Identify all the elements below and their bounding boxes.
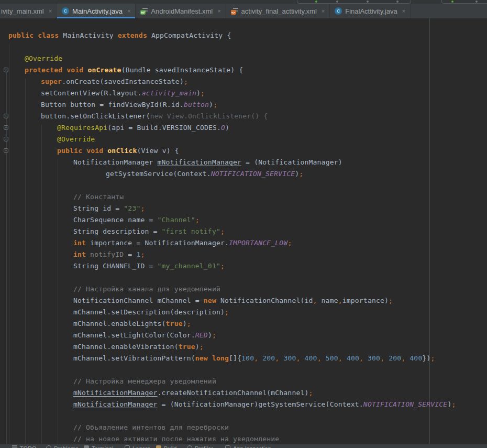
tool-window-label: App Inspection: [233, 445, 271, 448]
tool-window-label: Terminal: [92, 445, 114, 448]
code-line: // Константы: [0, 191, 487, 203]
close-icon[interactable]: ×: [402, 8, 405, 14]
indent-guide: [25, 79, 26, 444]
tab-label: FinalActtivity.java: [345, 7, 397, 15]
close-icon[interactable]: ×: [217, 8, 220, 14]
manifest-file-icon: MF: [140, 7, 148, 15]
code-line: NotificationChannel mChannel = new Notif…: [0, 295, 487, 307]
code-line: [0, 41, 487, 53]
java-class-icon: C: [62, 7, 69, 15]
code-line: int notifyID = 1;: [0, 249, 487, 260]
run-icon[interactable]: [451, 1, 453, 3]
code-line: mChannel.enableVibration(true);: [0, 341, 487, 353]
indent-guide: [9, 44, 9, 444]
build-icon: [156, 445, 161, 448]
tool-window-label: Build: [164, 445, 176, 448]
toolbar-icon[interactable]: [396, 1, 399, 3]
code-line: String CHANNEL_ID = "my_channel_01";: [0, 260, 487, 272]
code-line: NotificationManager mNotificationManager…: [0, 157, 487, 168]
tool-window-label: Logcat: [132, 445, 150, 448]
code-line: String id = "23";: [0, 203, 487, 214]
tool-window-button-logcat[interactable]: Logcat: [125, 445, 150, 448]
app-inspection-icon: [225, 445, 230, 448]
code-line: CharSequence name = "Channel";: [0, 214, 487, 226]
toolbar-icon[interactable]: [336, 1, 338, 3]
code-line: mChannel.setVibrationPattern(new long[]{…: [0, 353, 487, 364]
problems-icon: [46, 445, 51, 448]
file-badge: <>: [231, 10, 236, 15]
tool-window-button-profiler[interactable]: Profiler: [187, 445, 213, 448]
indent-guide: [41, 125, 42, 444]
code-line: mNotificationManager.createNotificationC…: [0, 387, 487, 399]
code-line: protected void onCreate(Bundle savedInst…: [0, 64, 487, 76]
close-icon[interactable]: ×: [127, 8, 130, 14]
toolbar-icon[interactable]: [475, 1, 478, 3]
close-icon[interactable]: ×: [322, 8, 325, 14]
tool-window-label: TODO: [20, 445, 37, 448]
fold-marker-icon[interactable]: -: [4, 68, 8, 72]
code-line: [0, 180, 487, 191]
code-line: // на новое активити после нажатия на ув…: [0, 433, 487, 444]
indent-guide: [58, 159, 58, 444]
tool-window-label: Problems: [54, 445, 78, 448]
code-line: @Override: [0, 53, 487, 64]
fold-marker-icon[interactable]: -: [4, 125, 8, 130]
tool-window-button-problems[interactable]: Problems: [46, 445, 78, 448]
logcat-icon: [125, 445, 130, 448]
tool-window-button-todo[interactable]: TODO: [12, 445, 37, 448]
code-line: Button button = findViewById(R.id.button…: [0, 99, 487, 111]
run-icon[interactable]: [315, 1, 317, 3]
profiler-icon: [187, 445, 192, 448]
fold-marker-icon[interactable]: -: [4, 148, 8, 153]
code-line: [0, 272, 487, 283]
code-line: public class MainActivity extends AppCom…: [0, 30, 487, 41]
code-line: super.onCreate(savedInstanceState);: [0, 76, 487, 88]
code-line: [0, 364, 487, 376]
code-line: int importance = NotificationManager.IMP…: [0, 237, 487, 249]
tab-finalacttivity-java[interactable]: CFinalActtivity.java×: [330, 4, 411, 18]
tab-label: AndroidManifest.xml: [151, 7, 213, 15]
tool-window-button-build[interactable]: Build: [156, 445, 176, 448]
tab-bar: ivity_main.xml×CMainActivity.java×MFAndr…: [0, 4, 487, 18]
tab-androidmanifest-xml[interactable]: MFAndroidManifest.xml×: [136, 4, 226, 18]
tab-mainactivity-java[interactable]: CMainActivity.java×: [57, 4, 136, 18]
code-line: button.setOnClickListener(new View.OnCli…: [0, 111, 487, 122]
code-line: // Обьявление интентов для переброски: [0, 422, 487, 433]
code-line: setContentView(R.layout.activity_main);: [0, 88, 487, 99]
tab-label: ivity_main.xml: [1, 7, 44, 15]
code-line: mChannel.setDescription(description);: [0, 307, 487, 318]
top-toolbar-strip: [0, 0, 487, 4]
code-line: @Override: [0, 134, 487, 145]
code-line: // Настройка канала для уведомлений: [0, 283, 487, 295]
tool-window-button-app-inspection[interactable]: App Inspection: [225, 445, 271, 448]
todo-icon: [12, 445, 17, 448]
tab-ivity-main-xml[interactable]: ivity_main.xml×: [0, 4, 57, 18]
tab-label: MainActivity.java: [72, 7, 123, 15]
fold-marker-icon[interactable]: -: [4, 114, 8, 118]
code-line: @RequiresApi(api = Build.VERSION_CODES.O…: [0, 122, 487, 134]
file-badge: MF: [140, 10, 146, 15]
code-line: mChannel.enableLights(true);: [0, 318, 487, 330]
tool-window-label: Profiler: [195, 445, 213, 448]
code-line: // Настройка менеджера уведомлений: [0, 376, 487, 387]
code-line: mNotificationManager = (NotificationMana…: [0, 399, 487, 410]
tab-label: activity_final_acttivity.xml: [241, 7, 317, 15]
tab-activity-final-acttivity-xml[interactable]: <>activity_final_acttivity.xml×: [226, 4, 330, 18]
code-area[interactable]: public class MainActivity extends AppCom…: [0, 18, 487, 444]
toolbar-icon[interactable]: [367, 1, 369, 3]
java-class-icon: C: [335, 7, 342, 15]
layout-xml-icon: <>: [231, 7, 238, 15]
editor[interactable]: public class MainActivity extends AppCom…: [0, 18, 487, 444]
terminal-icon: [84, 445, 89, 448]
tool-window-button-terminal[interactable]: Terminal: [84, 445, 114, 448]
code-line: getSystemService(Context.NOTIFICATION_SE…: [0, 168, 487, 180]
code-line: String description = "first notify";: [0, 226, 487, 237]
code-line: public void onClick(View v) {: [0, 145, 487, 157]
fold-marker-icon[interactable]: -: [4, 137, 8, 141]
run-toolbar-group[interactable]: [297, 0, 411, 4]
device-toolbar-group[interactable]: [441, 0, 487, 4]
bottom-tool-window-bar: TODOProblemsTerminalLogcatBuildProfilerA…: [0, 444, 487, 448]
code-line: mChannel.setLightColor(Color.RED);: [0, 330, 487, 341]
close-icon[interactable]: ×: [49, 8, 52, 14]
code-line: [0, 410, 487, 422]
